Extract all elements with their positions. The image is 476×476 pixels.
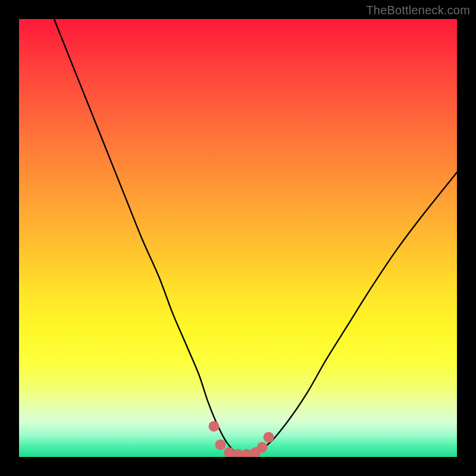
- optimal-zone-marker: [257, 442, 268, 453]
- curve-layer: [19, 19, 457, 457]
- optimal-zone-marker: [209, 421, 220, 432]
- optimal-zone-marker: [264, 432, 274, 443]
- optimal-zone-markers: [209, 421, 274, 458]
- optimal-zone-marker: [215, 439, 226, 450]
- plot-area: [19, 19, 457, 457]
- watermark-text: TheBottleneck.com: [366, 4, 470, 17]
- bottleneck-curve: [54, 19, 457, 455]
- chart-frame: TheBottleneck.com: [0, 0, 476, 476]
